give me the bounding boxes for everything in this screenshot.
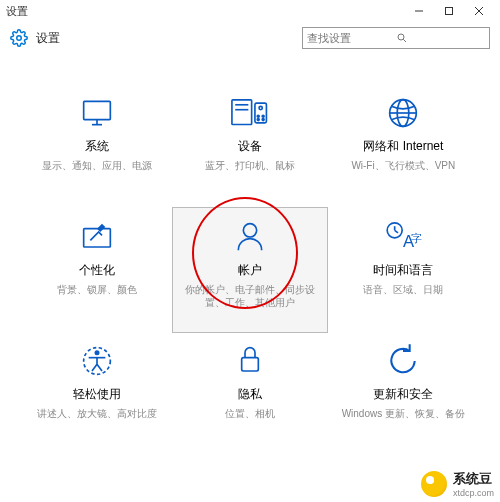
tile-title: 更新和安全 [373,386,433,403]
page-title: 设置 [36,30,60,47]
watermark-url: xtdcp.com [453,488,494,498]
update-security-icon [383,340,423,382]
tile-subtitle: 你的帐户、电子邮件、同步设置、工作、其他用户 [179,283,320,309]
watermark-logo-icon [421,471,447,497]
svg-rect-35 [242,358,259,371]
tile-subtitle: Wi-Fi、飞行模式、VPN [347,159,459,172]
svg-text:字: 字 [412,232,423,244]
titlebar: 设置 [0,0,500,22]
personalization-icon [77,216,117,258]
tile-subtitle: 背景、锁屏、颜色 [53,283,141,296]
svg-rect-22 [83,229,110,247]
svg-point-15 [257,115,259,117]
tile-personalization[interactable]: 个性化 背景、锁屏、颜色 [20,208,173,332]
svg-rect-10 [232,100,252,125]
tile-subtitle: 显示、通知、应用、电源 [38,159,156,172]
svg-point-14 [259,106,262,109]
search-placeholder: 查找设置 [307,31,396,46]
svg-point-4 [17,36,22,41]
gear-icon [10,29,28,47]
tile-title: 网络和 Internet [363,138,443,155]
search-icon [396,32,485,44]
privacy-icon [230,340,270,382]
svg-point-17 [257,119,259,121]
header: 设置 查找设置 [0,22,500,54]
svg-point-18 [262,119,264,121]
svg-rect-7 [83,101,110,119]
search-input[interactable]: 查找设置 [302,27,490,49]
accounts-icon [230,216,270,258]
time-language-icon: A 字 [381,216,425,258]
watermark-text: 系统豆 [453,470,494,488]
tile-update-security[interactable]: 更新和安全 Windows 更新、恢复、备份 [327,332,480,456]
tile-title: 隐私 [238,386,262,403]
maximize-button[interactable] [434,0,464,22]
tile-network[interactable]: 网络和 Internet Wi-Fi、飞行模式、VPN [327,84,480,208]
tile-title: 系统 [85,138,109,155]
tile-ease-of-access[interactable]: 轻松使用 讲述人、放大镜、高对比度 [20,332,173,456]
svg-point-30 [94,350,99,355]
tile-devices[interactable]: 设备 蓝牙、打印机、鼠标 [173,84,326,208]
svg-line-34 [97,364,102,371]
window-title: 设置 [6,4,28,19]
tile-subtitle: 讲述人、放大镜、高对比度 [33,407,161,420]
tile-title: 轻松使用 [73,386,121,403]
svg-rect-1 [446,8,453,15]
svg-point-5 [398,34,404,40]
svg-line-6 [403,39,406,42]
close-button[interactable] [464,0,494,22]
tile-title: 个性化 [79,262,115,279]
tile-title: 设备 [238,138,262,155]
tile-subtitle: 蓝牙、打印机、鼠标 [201,159,299,172]
tile-subtitle: Windows 更新、恢复、备份 [338,407,469,420]
tile-title: 帐户 [238,262,262,279]
tile-accounts[interactable]: 帐户 你的帐户、电子邮件、同步设置、工作、其他用户 [173,208,326,332]
tile-time-language[interactable]: A 字 时间和语言 语音、区域、日期 [327,208,480,332]
svg-point-23 [243,224,256,237]
settings-grid: 系统 显示、通知、应用、电源 设备 蓝牙、打印机、鼠标 [0,54,500,466]
ease-of-access-icon [77,340,117,382]
devices-icon [227,92,273,134]
watermark: 系统豆 xtdcp.com [415,466,500,502]
system-icon [77,92,117,134]
tile-subtitle: 位置、相机 [221,407,279,420]
tile-subtitle: 语音、区域、日期 [359,283,447,296]
svg-line-33 [92,364,97,371]
tile-title: 时间和语言 [373,262,433,279]
tile-privacy[interactable]: 隐私 位置、相机 [173,332,326,456]
network-icon [383,92,423,134]
svg-point-16 [262,115,264,117]
svg-line-26 [395,230,398,233]
minimize-button[interactable] [404,0,434,22]
tile-system[interactable]: 系统 显示、通知、应用、电源 [20,84,173,208]
